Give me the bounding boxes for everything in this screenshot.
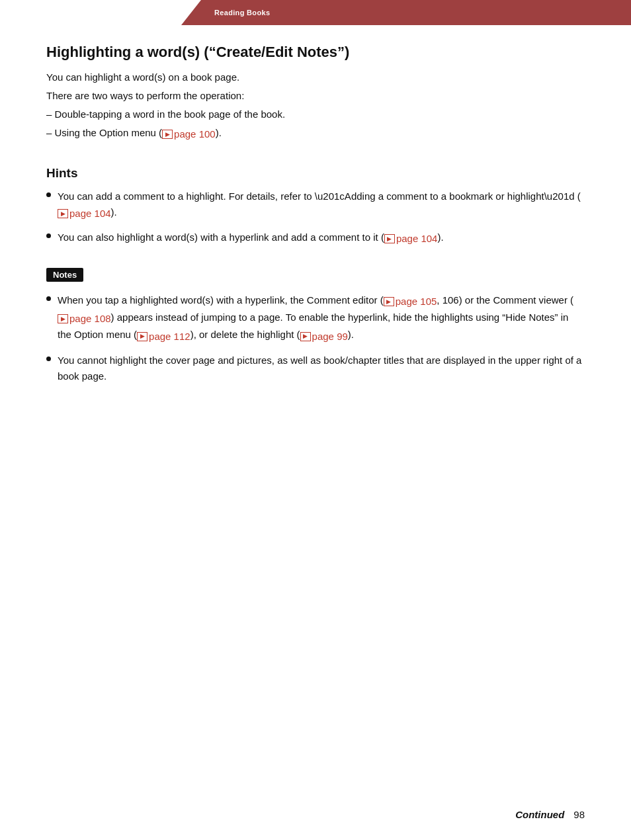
notes-badge: Notes [46, 268, 83, 282]
ref-box-icon: ▶ [384, 297, 394, 306]
bullet-icon-1 [46, 192, 51, 197]
ref-box-icon: ▶ [58, 209, 68, 218]
note-text-1: When you tap a highlighted word(s) with … [58, 292, 585, 345]
hint-item-1: You can add a comment to a highlight. Fo… [46, 189, 585, 222]
hint-text-2: You can also highlight a word(s) with a … [58, 230, 444, 247]
link-page108[interactable]: ▶ page 108 [58, 311, 111, 327]
intro-line-1: You can highlight a word(s) on a book pa… [46, 69, 585, 85]
link-page112[interactable]: ▶ page 112 [137, 329, 190, 345]
link-page99[interactable]: ▶ page 99 [300, 329, 348, 345]
intro-line-2: There are two ways to perform the operat… [46, 88, 585, 104]
link-page105[interactable]: ▶ page 105 [384, 294, 437, 310]
link-page100-option[interactable]: ▶ page 100 [162, 126, 216, 142]
page-footer: Continued 98 [515, 809, 585, 820]
ref-box-icon: ▶ [137, 332, 147, 341]
continued-label: Continued [515, 809, 564, 820]
note-item-1: When you tap a highlighted word(s) with … [46, 292, 585, 345]
hints-heading: Hints [46, 166, 585, 181]
note-text-2: You cannot highlight the cover page and … [58, 353, 585, 384]
intro-bullet-1: – Double-tapping a word in the book page… [46, 106, 585, 122]
link-page104-b[interactable]: ▶ page 104 [384, 231, 438, 247]
note-item-2: You cannot highlight the cover page and … [46, 353, 585, 384]
page-number: 98 [573, 809, 585, 820]
bullet-icon-4 [46, 357, 51, 361]
header-bar: Reading Books [181, 0, 631, 25]
main-content: Highlighting a word(s) (“Create/Edit Not… [0, 0, 631, 432]
ref-box-icon: ▶ [300, 332, 311, 341]
hints-list: You can add a comment to a highlight. Fo… [46, 189, 585, 247]
hint-item-2: You can also highlight a word(s) with a … [46, 230, 585, 247]
ref-box-icon: ▶ [162, 130, 173, 139]
hint-text-1: You can add a comment to a highlight. Fo… [58, 189, 585, 222]
link-page104-a[interactable]: ▶ page 104 [58, 206, 111, 222]
ref-box-icon: ▶ [58, 314, 68, 323]
page-title: Highlighting a word(s) (“Create/Edit Not… [46, 43, 585, 62]
header-label: Reading Books [214, 9, 270, 17]
bullet-icon-3 [46, 296, 51, 301]
notes-list: When you tap a highlighted word(s) with … [46, 292, 585, 384]
ref-box-icon: ▶ [384, 234, 395, 243]
intro-bullet-2: – Using the Option menu (▶ page 100). [46, 125, 585, 142]
notes-badge-wrap: Notes [46, 268, 585, 282]
bullet-icon-2 [46, 233, 51, 238]
